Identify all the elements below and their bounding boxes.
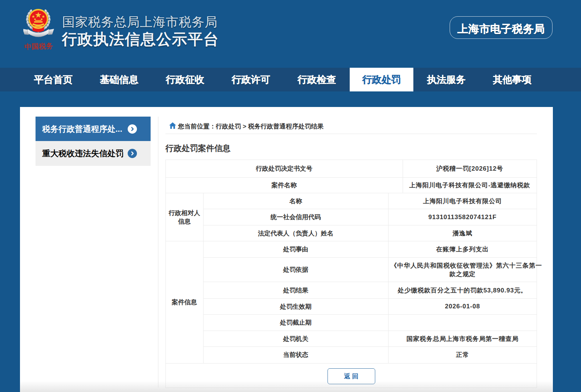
svg-text:中国税务: 中国税务	[24, 42, 53, 51]
